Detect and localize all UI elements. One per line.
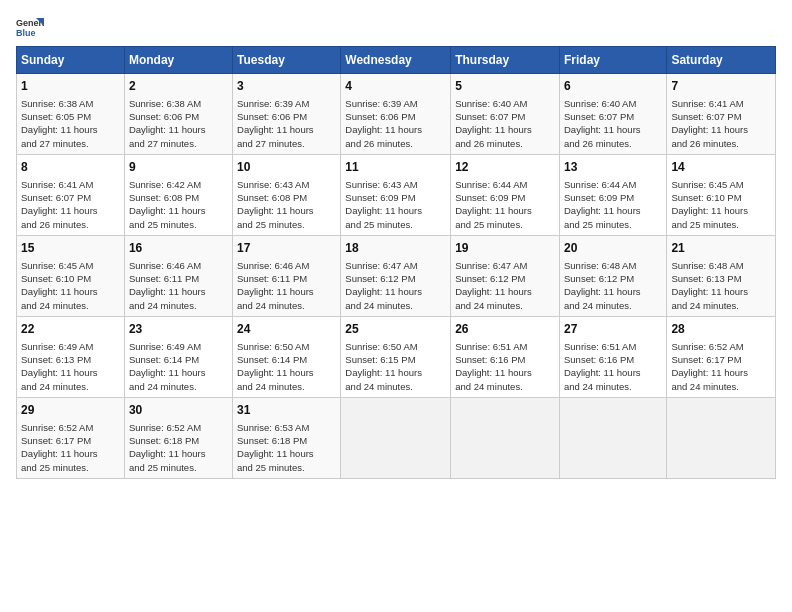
day-info: Daylight: 11 hours — [671, 123, 771, 136]
day-info: and 25 minutes. — [237, 461, 336, 474]
day-number: 27 — [564, 321, 662, 338]
calendar-cell — [451, 397, 560, 478]
calendar-cell: 6Sunrise: 6:40 AMSunset: 6:07 PMDaylight… — [559, 74, 666, 155]
day-info: Sunrise: 6:40 AM — [564, 97, 662, 110]
day-info: and 24 minutes. — [345, 299, 446, 312]
day-number: 5 — [455, 78, 555, 95]
day-info: and 25 minutes. — [129, 218, 228, 231]
calendar-cell: 16Sunrise: 6:46 AMSunset: 6:11 PMDayligh… — [124, 235, 232, 316]
day-info: Sunrise: 6:51 AM — [564, 340, 662, 353]
day-info: Daylight: 11 hours — [237, 204, 336, 217]
day-info: Daylight: 11 hours — [345, 285, 446, 298]
day-number: 2 — [129, 78, 228, 95]
day-number: 26 — [455, 321, 555, 338]
day-info: Sunset: 6:10 PM — [21, 272, 120, 285]
day-info: Sunrise: 6:49 AM — [129, 340, 228, 353]
day-info: Sunset: 6:12 PM — [455, 272, 555, 285]
day-info: Sunrise: 6:46 AM — [129, 259, 228, 272]
calendar-cell — [559, 397, 666, 478]
calendar-cell: 31Sunrise: 6:53 AMSunset: 6:18 PMDayligh… — [233, 397, 341, 478]
day-info: Sunrise: 6:39 AM — [237, 97, 336, 110]
day-number: 3 — [237, 78, 336, 95]
day-info: Sunrise: 6:48 AM — [564, 259, 662, 272]
day-info: Daylight: 11 hours — [21, 123, 120, 136]
calendar-cell: 11Sunrise: 6:43 AMSunset: 6:09 PMDayligh… — [341, 154, 451, 235]
day-info: Sunset: 6:06 PM — [129, 110, 228, 123]
day-info: Sunrise: 6:47 AM — [345, 259, 446, 272]
day-info: and 27 minutes. — [129, 137, 228, 150]
day-info: Daylight: 11 hours — [671, 285, 771, 298]
day-info: Daylight: 11 hours — [455, 204, 555, 217]
day-info: Daylight: 11 hours — [345, 204, 446, 217]
day-info: Sunset: 6:07 PM — [564, 110, 662, 123]
calendar-cell: 18Sunrise: 6:47 AMSunset: 6:12 PMDayligh… — [341, 235, 451, 316]
day-info: Sunset: 6:13 PM — [671, 272, 771, 285]
week-row-4: 22Sunrise: 6:49 AMSunset: 6:13 PMDayligh… — [17, 316, 776, 397]
day-info: and 25 minutes. — [671, 218, 771, 231]
calendar-cell: 17Sunrise: 6:46 AMSunset: 6:11 PMDayligh… — [233, 235, 341, 316]
header-cell-thursday: Thursday — [451, 47, 560, 74]
logo-icon: General Blue — [16, 16, 44, 38]
header-cell-tuesday: Tuesday — [233, 47, 341, 74]
day-info: Sunrise: 6:50 AM — [345, 340, 446, 353]
day-number: 17 — [237, 240, 336, 257]
day-number: 31 — [237, 402, 336, 419]
day-info: and 24 minutes. — [671, 299, 771, 312]
svg-text:Blue: Blue — [16, 28, 36, 38]
day-info: and 24 minutes. — [564, 299, 662, 312]
calendar-cell: 20Sunrise: 6:48 AMSunset: 6:12 PMDayligh… — [559, 235, 666, 316]
calendar-cell: 9Sunrise: 6:42 AMSunset: 6:08 PMDaylight… — [124, 154, 232, 235]
day-info: Daylight: 11 hours — [129, 123, 228, 136]
day-info: Sunset: 6:16 PM — [455, 353, 555, 366]
calendar-cell: 8Sunrise: 6:41 AMSunset: 6:07 PMDaylight… — [17, 154, 125, 235]
day-info: Daylight: 11 hours — [21, 447, 120, 460]
day-info: and 26 minutes. — [345, 137, 446, 150]
day-info: Daylight: 11 hours — [455, 366, 555, 379]
calendar-cell: 19Sunrise: 6:47 AMSunset: 6:12 PMDayligh… — [451, 235, 560, 316]
header-cell-friday: Friday — [559, 47, 666, 74]
day-info: Daylight: 11 hours — [455, 123, 555, 136]
day-info: Sunset: 6:14 PM — [237, 353, 336, 366]
day-info: Sunset: 6:18 PM — [237, 434, 336, 447]
calendar-cell — [341, 397, 451, 478]
day-info: and 24 minutes. — [129, 299, 228, 312]
day-info: Sunset: 6:07 PM — [671, 110, 771, 123]
calendar-header: SundayMondayTuesdayWednesdayThursdayFrid… — [17, 47, 776, 74]
day-number: 24 — [237, 321, 336, 338]
day-info: Sunrise: 6:52 AM — [21, 421, 120, 434]
day-info: and 24 minutes. — [237, 380, 336, 393]
calendar-cell: 29Sunrise: 6:52 AMSunset: 6:17 PMDayligh… — [17, 397, 125, 478]
day-number: 29 — [21, 402, 120, 419]
day-info: Daylight: 11 hours — [564, 366, 662, 379]
day-number: 28 — [671, 321, 771, 338]
day-info: and 24 minutes. — [237, 299, 336, 312]
calendar-body: 1Sunrise: 6:38 AMSunset: 6:05 PMDaylight… — [17, 74, 776, 479]
day-info: Daylight: 11 hours — [129, 366, 228, 379]
week-row-2: 8Sunrise: 6:41 AMSunset: 6:07 PMDaylight… — [17, 154, 776, 235]
calendar-cell: 13Sunrise: 6:44 AMSunset: 6:09 PMDayligh… — [559, 154, 666, 235]
day-info: Sunset: 6:06 PM — [237, 110, 336, 123]
calendar-cell: 1Sunrise: 6:38 AMSunset: 6:05 PMDaylight… — [17, 74, 125, 155]
day-number: 1 — [21, 78, 120, 95]
day-number: 12 — [455, 159, 555, 176]
day-info: and 24 minutes. — [564, 380, 662, 393]
day-info: and 26 minutes. — [671, 137, 771, 150]
header-cell-monday: Monday — [124, 47, 232, 74]
day-info: and 25 minutes. — [21, 461, 120, 474]
page-header: General Blue — [16, 16, 776, 38]
day-number: 8 — [21, 159, 120, 176]
day-info: Sunset: 6:15 PM — [345, 353, 446, 366]
day-info: Sunrise: 6:53 AM — [237, 421, 336, 434]
calendar-cell: 3Sunrise: 6:39 AMSunset: 6:06 PMDaylight… — [233, 74, 341, 155]
day-info: and 25 minutes. — [237, 218, 336, 231]
day-info: Sunset: 6:12 PM — [345, 272, 446, 285]
day-info: Sunset: 6:06 PM — [345, 110, 446, 123]
day-number: 9 — [129, 159, 228, 176]
week-row-5: 29Sunrise: 6:52 AMSunset: 6:17 PMDayligh… — [17, 397, 776, 478]
day-number: 14 — [671, 159, 771, 176]
day-number: 10 — [237, 159, 336, 176]
day-info: Sunset: 6:07 PM — [455, 110, 555, 123]
day-info: Sunset: 6:11 PM — [129, 272, 228, 285]
day-number: 22 — [21, 321, 120, 338]
calendar-cell — [667, 397, 776, 478]
